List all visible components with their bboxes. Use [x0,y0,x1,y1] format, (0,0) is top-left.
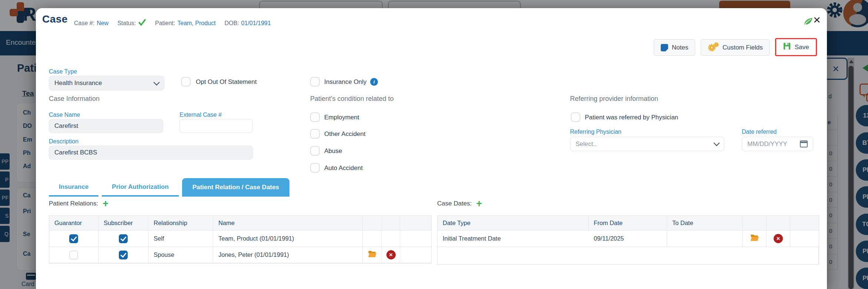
description-label: Description [49,138,78,145]
status-label: Status: [117,20,136,27]
status-check-icon [138,19,146,27]
open-folder-cell [743,231,767,247]
column-header-actions [382,216,400,231]
external-case-input[interactable] [180,119,252,133]
from-date-cell: 09/11/2025 [589,231,667,247]
guarantor-cell [49,231,98,247]
external-case-label: External Case # [180,112,222,118]
tab-patient-relation-case-dates[interactable]: Patient Relation / Case Dates [182,178,289,197]
patient-relations-heading: Patient Relations: + [49,200,108,207]
relationship-cell: Spouse [148,247,213,263]
referred-by-physician-label: Patient was referred by Physician [585,114,678,121]
dob-value[interactable]: 01/01/1991 [241,20,271,27]
case-type-label: Case Type [49,68,77,75]
subscriber-cell [98,231,148,247]
relationship-cell: Self [148,231,213,247]
opt-out-label: Opt Out Of Statement [196,78,257,86]
column-header-actions [767,216,790,231]
add-case-date-icon[interactable]: + [476,200,482,207]
delete-cell: × [382,247,400,263]
insurance-only-checkbox[interactable] [310,77,320,86]
column-header[interactable]: Subscriber [98,216,148,231]
delete-cell: × [767,231,790,247]
custom-fields-button[interactable]: Custom Fields [701,39,770,56]
column-header[interactable]: Name [213,216,363,231]
case-modal: Case Case #: New Status: Patient: Team, … [36,8,827,289]
chevron-down-icon [154,79,160,85]
modal-close-icon[interactable]: × [813,13,821,26]
case-name-label: Case Name [49,112,80,118]
tab-prior-authorization[interactable]: Prior Authorization [102,179,178,197]
leaf-icon[interactable] [802,16,814,28]
subscriber-checkbox[interactable] [119,234,128,243]
name-cell: Jones, Peter (01/01/1991) [213,247,363,263]
info-icon[interactable]: i [370,78,378,86]
subscriber-checkbox[interactable] [119,251,128,259]
folder-icon[interactable] [368,250,377,259]
column-header[interactable]: Guarantor [49,216,98,231]
filler-cell [400,231,431,247]
column-header-actions [363,216,382,231]
patient-name-value[interactable]: Team, Product [177,20,215,27]
calendar-icon[interactable] [800,140,808,147]
description-input[interactable]: Carefirst BCBS [49,146,253,160]
referring-heading: Referring provider information [570,95,658,103]
guarantor-checkbox[interactable] [69,251,78,259]
case-meta-row: Case #: New Status: Patient: Team, Produ… [74,19,271,27]
case-dates-table: Date Type From Date To Date Initial Trea… [437,215,819,265]
abuse-label: Abuse [324,147,342,155]
tab-bar: Insurance Prior Authorization Patient Re… [49,178,289,197]
case-number-value[interactable]: New [97,20,108,27]
patient-relations-table: Guarantor Subscriber Relationship Name S… [49,215,432,264]
column-header[interactable]: To Date [667,216,743,231]
auto-accident-label: Auto Accident [324,164,363,172]
case-number-label: Case #: [74,20,94,27]
name-cell: Team, Product (01/01/1991) [213,231,363,247]
date-referred-input[interactable]: MM/DD/YYYY [742,137,813,151]
referring-physician-label: Referring Physician [570,129,621,135]
notes-button[interactable]: Notes [654,39,695,56]
column-header[interactable]: From Date [589,216,667,231]
opt-out-checkbox[interactable] [181,77,191,86]
case-information-heading: Case Information [49,95,100,103]
open-folder-cell [363,247,382,263]
referred-by-physician-checkbox[interactable] [571,112,580,122]
insurance-only-label: Insurance Only [324,78,366,86]
referring-physician-select[interactable]: Select.. [570,137,724,151]
note-icon [661,44,668,51]
chevron-down-icon [714,140,720,146]
other-accident-label: Other Accident [324,130,366,138]
dob-label: DOB: [224,20,239,27]
column-header-filler [790,216,819,231]
add-patient-relation-icon[interactable]: + [103,200,108,207]
auto-accident-checkbox[interactable] [310,163,320,173]
modal-title: Case [42,13,68,25]
case-name-input[interactable]: Carefirst [49,119,163,133]
employment-checkbox[interactable] [310,112,320,122]
delete-icon[interactable]: × [386,250,396,259]
guarantor-checkbox[interactable] [69,234,78,243]
action-cell [363,231,382,247]
condition-heading: Patient's condition related to [310,95,394,103]
employment-label: Employment [324,114,359,121]
save-button[interactable]: Save [775,38,817,56]
case-type-select[interactable]: Health Insurance [49,76,164,91]
empty-table-area [438,247,819,264]
gears-icon [708,43,719,52]
folder-icon[interactable] [750,234,760,243]
abuse-checkbox[interactable] [310,146,320,156]
other-accident-checkbox[interactable] [310,129,320,139]
column-header-filler [400,216,431,231]
subscriber-cell [98,247,148,263]
screen: R Encounte Pati Tea Ch DO Em Ph Ad Ca Pr… [0,0,868,289]
date-type-cell: Initial Treatment Date [438,231,589,247]
guarantor-cell [49,247,98,263]
action-cell [382,231,400,247]
case-dates-heading: Case Dates: + [437,200,482,207]
column-header-actions [743,216,767,231]
tab-insurance[interactable]: Insurance [49,179,98,197]
patient-label: Patient: [155,20,175,27]
column-header[interactable]: Date Type [438,216,589,231]
column-header[interactable]: Relationship [148,216,213,231]
delete-icon[interactable]: × [774,234,783,243]
